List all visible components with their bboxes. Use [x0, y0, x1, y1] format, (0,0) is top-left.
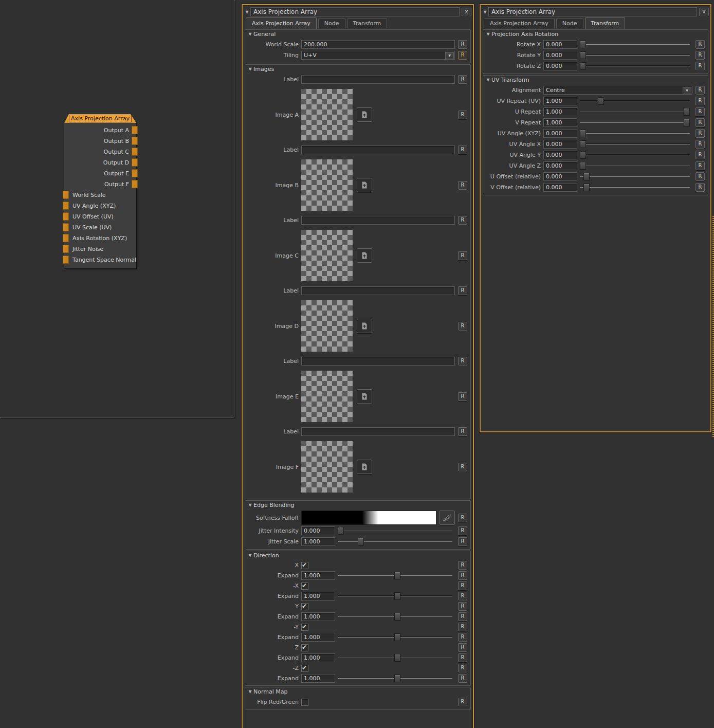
tab-node[interactable]: Node: [318, 19, 345, 28]
reset-button[interactable]: R: [458, 181, 467, 190]
reset-button[interactable]: R: [458, 612, 467, 621]
expand-input[interactable]: 1.000: [301, 612, 335, 621]
uv-angle-z-slider[interactable]: [580, 161, 690, 170]
slider-handle[interactable]: [338, 527, 344, 535]
slider-handle[interactable]: [358, 538, 364, 545]
reset-button[interactable]: R: [458, 427, 467, 436]
uv-angle-y-input[interactable]: 0.000: [543, 151, 577, 159]
slider-handle[interactable]: [394, 592, 400, 600]
reset-button[interactable]: R: [695, 140, 705, 149]
section-header[interactable]: ▼ Direction: [245, 551, 470, 560]
reset-button[interactable]: R: [458, 698, 467, 706]
reset-button[interactable]: R: [695, 107, 705, 116]
uv-angle-y-slider[interactable]: [580, 151, 690, 159]
load-image-button[interactable]: [357, 107, 372, 122]
input-connector[interactable]: [63, 212, 69, 221]
reset-button[interactable]: R: [458, 653, 467, 662]
tab-node[interactable]: Node: [556, 19, 583, 28]
load-image-button[interactable]: [357, 389, 372, 404]
reset-button[interactable]: R: [695, 129, 705, 138]
slider-handle[interactable]: [580, 162, 586, 170]
direction-z-checkbox[interactable]: [301, 644, 308, 651]
collapse-icon[interactable]: ▼: [485, 32, 491, 37]
reset-button[interactable]: R: [458, 111, 467, 119]
jitter-scale-slider[interactable]: [338, 537, 452, 546]
expand-input[interactable]: 1.000: [301, 633, 335, 642]
expand-slider[interactable]: [338, 571, 452, 580]
collapse-icon[interactable]: ▼: [482, 10, 488, 14]
panel-titlebar[interactable]: ▼ Axis Projection Array x: [244, 7, 471, 17]
tab-transform[interactable]: Transform: [585, 17, 626, 29]
collapse-icon[interactable]: ▼: [247, 553, 253, 558]
image-thumbnail[interactable]: [301, 89, 353, 140]
slider-handle[interactable]: [583, 173, 590, 180]
reset-button[interactable]: R: [458, 537, 467, 546]
slider-handle[interactable]: [684, 108, 690, 116]
reset-button[interactable]: R: [458, 75, 467, 84]
u-repeat-input[interactable]: 1.000: [543, 107, 577, 116]
expand-slider[interactable]: [338, 674, 452, 683]
jitter-intensity-input[interactable]: 0.000: [301, 526, 335, 535]
reset-button[interactable]: R: [695, 86, 705, 95]
reset-button[interactable]: R: [458, 664, 467, 672]
reset-button[interactable]: R: [458, 51, 467, 60]
image-label-input[interactable]: [301, 75, 455, 84]
expand-slider[interactable]: [338, 633, 452, 642]
load-image-button[interactable]: [357, 319, 372, 333]
rotate-x-input[interactable]: 0.000: [543, 40, 577, 49]
reset-button[interactable]: R: [695, 172, 705, 181]
input-connector[interactable]: [63, 202, 69, 210]
jitter-intensity-slider[interactable]: [338, 526, 452, 535]
reset-button[interactable]: R: [458, 581, 467, 590]
section-header[interactable]: ▼ Images: [245, 65, 470, 74]
v-repeat-slider[interactable]: [580, 118, 690, 127]
uv-repeat-uv-slider[interactable]: [580, 97, 690, 105]
reset-button[interactable]: R: [458, 561, 467, 570]
slider-handle[interactable]: [580, 41, 586, 48]
output-connector[interactable]: [132, 148, 138, 156]
reset-button[interactable]: R: [695, 118, 705, 127]
reset-button[interactable]: R: [458, 40, 467, 49]
v-offset-input[interactable]: 0.000: [543, 183, 577, 192]
image-label-input[interactable]: [301, 216, 455, 225]
uv-angle-xyz-input[interactable]: 0.000: [543, 129, 577, 138]
collapse-icon[interactable]: ▼: [247, 689, 253, 694]
reset-button[interactable]: R: [458, 216, 467, 225]
reset-button[interactable]: R: [695, 62, 705, 70]
reset-button[interactable]: R: [458, 592, 467, 600]
slider-handle[interactable]: [580, 140, 586, 148]
collapse-icon[interactable]: ▼: [244, 10, 250, 14]
close-icon[interactable]: x: [699, 8, 709, 16]
image-thumbnail[interactable]: [301, 371, 353, 422]
expand-slider[interactable]: [338, 612, 452, 621]
reset-button[interactable]: R: [695, 151, 705, 159]
section-header[interactable]: ▼ Normal Map: [245, 687, 470, 696]
section-header[interactable]: ▼ Edge Blending: [245, 501, 470, 509]
reset-button[interactable]: R: [695, 51, 705, 60]
expand-input[interactable]: 1.000: [301, 571, 335, 580]
uv-angle-xyz-slider[interactable]: [580, 129, 690, 138]
rotate-z-slider[interactable]: [580, 62, 690, 70]
direction-negy-checkbox[interactable]: [301, 624, 308, 631]
chevron-down-icon[interactable]: ▼: [683, 87, 691, 94]
reset-button[interactable]: R: [458, 674, 467, 683]
input-connector[interactable]: [63, 234, 69, 242]
panel-titlebar[interactable]: ▼ Axis Projection Array x: [482, 7, 709, 17]
slider-handle[interactable]: [580, 51, 586, 59]
v-offset-slider[interactable]: [580, 183, 690, 192]
reset-button[interactable]: R: [458, 633, 467, 642]
tab-axis-projection-array[interactable]: Axis Projection Array: [246, 17, 317, 29]
reset-button[interactable]: R: [458, 322, 467, 331]
image-thumbnail[interactable]: [301, 300, 353, 352]
tab-transform[interactable]: Transform: [347, 19, 388, 28]
output-connector[interactable]: [132, 126, 138, 134]
image-thumbnail[interactable]: [301, 230, 353, 281]
axis-projection-array-node[interactable]: Axis Projection Array Output A Output B …: [64, 114, 136, 268]
node-header[interactable]: Axis Projection Array: [64, 114, 136, 123]
reset-button[interactable]: R: [458, 463, 467, 471]
direction-negx-checkbox[interactable]: [301, 583, 308, 590]
slider-handle[interactable]: [394, 613, 400, 621]
expand-input[interactable]: 1.000: [301, 592, 335, 600]
collapse-icon[interactable]: ▼: [485, 78, 491, 82]
reset-button[interactable]: R: [458, 251, 467, 260]
